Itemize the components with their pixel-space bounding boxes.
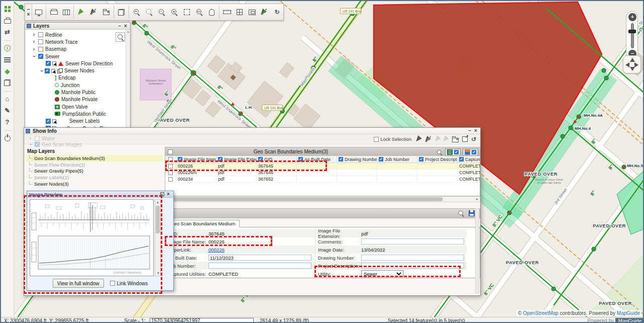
map-layer-item[interactable]: Sewer Flow Direction(2) [26,162,163,168]
preview-restore-button[interactable]: ◱ [159,192,165,197]
layers-panel-titlebar[interactable]: Layers – × [25,23,130,30]
excel-checkbox[interactable] [454,150,459,154]
deselect-icon[interactable] [425,136,433,143]
grid-row[interactable]: 000226m pdf 367646 COMPLETED [165,170,480,176]
duplicate-map-icon[interactable] [2,77,13,88]
select-all-checkbox[interactable] [168,149,173,154]
layer-checkbox[interactable] [38,39,43,44]
search-icon[interactable] [458,210,465,217]
layer-row-sewer-labels[interactable]: Sewer Labels [25,118,130,125]
utility-select[interactable]: Sewer [361,270,403,277]
grid-row[interactable]: 000234 pdf 367652 COMPLETED [165,176,480,183]
save-selection-folder-icon[interactable]: ★ [452,138,459,142]
export-report-toggle[interactable] [463,148,478,156]
column-header[interactable]: Image File Extens... [217,156,257,163]
zoom-out-icon[interactable]: − [155,4,168,20]
search-icon[interactable] [437,149,443,155]
grid-row-selected[interactable]: 000226 pdf 367645 COMPLETED [165,163,480,170]
form-tab[interactable]: Geo Scan Boundaries Medium [166,220,240,227]
refresh-icon[interactable]: ↻ [271,4,283,20]
column-header[interactable]: Captured Utilities [458,156,480,163]
preview-scrollbar[interactable]: ▲ ▼ [155,199,161,276]
map-layer-item[interactable]: Sewer Labels(1) [26,174,163,181]
zoom-dynamic-icon[interactable] [143,4,155,20]
dialog-close-button[interactable]: × [473,128,479,133]
pan-icon[interactable] [205,4,218,20]
redline-icon[interactable]: ✎ [2,105,13,116]
pan-left-icon[interactable] [625,62,629,67]
link-windows-checkbox[interactable] [110,281,115,286]
pan-pad-control[interactable] [623,55,641,73]
layer-checkbox[interactable] [45,68,50,73]
layers-close-button[interactable]: × [123,24,129,29]
drawing-preview[interactable]: CONTRACT DRAWINGS [30,199,154,276]
zoom-previous-icon[interactable]: ◂ [168,4,180,20]
layer-search-button[interactable] [116,32,125,42]
comments-input[interactable] [361,238,464,245]
export-icon[interactable]: ↗ [462,136,468,142]
scroll-right-icon[interactable]: ▸ [475,197,480,201]
select-folder-icon[interactable]: ★ [100,4,113,20]
mapguide-link[interactable]: MapGuide [617,310,640,316]
pan-down-icon[interactable] [630,67,635,71]
preview-close-button[interactable]: × [165,192,171,197]
layers-icon[interactable]: ◈ [2,66,13,76]
link-windows-toggle[interactable]: Link Windows [110,281,148,286]
layer-row-sewer-nodes[interactable]: › Sewer Nodes [25,67,130,74]
zoom-slider-thumb[interactable] [628,30,636,33]
column-header[interactable]: GID [257,156,297,163]
help-icon[interactable]: ? [2,117,13,127]
legend-icon[interactable] [2,54,13,65]
copy-map-icon[interactable] [115,4,128,20]
as-built-date-input[interactable] [208,255,311,261]
layer-checkbox[interactable] [46,119,51,124]
expander-icon[interactable]: › [39,68,44,73]
scroll-thumb[interactable] [171,197,443,201]
export-excel-toggle[interactable] [445,148,461,156]
expander-icon[interactable]: › [32,32,36,37]
image-preview-titlebar[interactable]: Image Preview ◱ × [27,191,173,198]
dialog-scrollbar[interactable] [475,208,479,293]
layer-row-redline[interactable]: › Redline [25,31,130,38]
layer-checkbox[interactable] [46,61,51,66]
project-description-input[interactable] [361,263,464,269]
layer-row-sewer[interactable]: › Sewer [25,53,130,60]
toolbar-close-button[interactable]: × [26,12,32,17]
swap-panels-icon[interactable]: ⇄ [2,27,13,37]
grid-horizontal-scrollbar[interactable]: ◂ ▸ [165,196,480,202]
drawing-number-input[interactable] [361,255,464,261]
scale-input[interactable] [150,318,254,323]
column-header[interactable]: Drawing Number [337,156,377,163]
layer-row-network-trace[interactable]: › Network Trace [25,38,130,45]
show-info-titlebar[interactable]: Show Info – × [24,128,480,134]
screen-capture-icon[interactable] [32,4,45,20]
print-icon[interactable] [47,4,60,20]
map-layer-item-selected[interactable]: Geo Scan Boundaries Medium(3) [26,155,163,162]
column-header[interactable]: Project Descripti... [417,156,458,163]
osm-link[interactable]: OpenStreetMap [523,310,559,316]
job-number-input[interactable] [208,263,311,269]
layer-checkbox[interactable] [38,54,43,59]
home-icon[interactable]: ⌂ [2,94,13,104]
pan-right-icon[interactable] [634,62,638,67]
zoom-in-icon[interactable]: + [130,4,143,20]
zoom-selection-icon[interactable]: ▭ [193,4,205,20]
clear-selection-icon[interactable] [258,4,271,20]
lock-selection-toggle[interactable]: Lock Selection [374,136,411,142]
row-checkbox[interactable] [168,164,173,169]
column-header[interactable]: Job Number [377,156,417,163]
layers-minimize-button[interactable]: – [117,24,123,29]
maptip-icon[interactable] [233,4,246,20]
hyperlink-000226[interactable]: 000226 [208,247,225,253]
measure-icon[interactable] [221,4,233,20]
apps-icon[interactable] [2,4,13,14]
zoom-in-button[interactable]: + [628,13,636,21]
zoom-extents-icon[interactable] [180,4,193,20]
layer-checkbox[interactable] [38,32,43,37]
layer-row-basemap[interactable]: › Basemap [25,46,130,53]
select-icon[interactable] [416,135,422,143]
column-header[interactable]: Image File Name [176,156,217,163]
layers-scrollbar[interactable]: ▲ [126,30,130,127]
expander-icon[interactable]: › [32,47,36,52]
toolbox-icon[interactable] [2,15,13,26]
